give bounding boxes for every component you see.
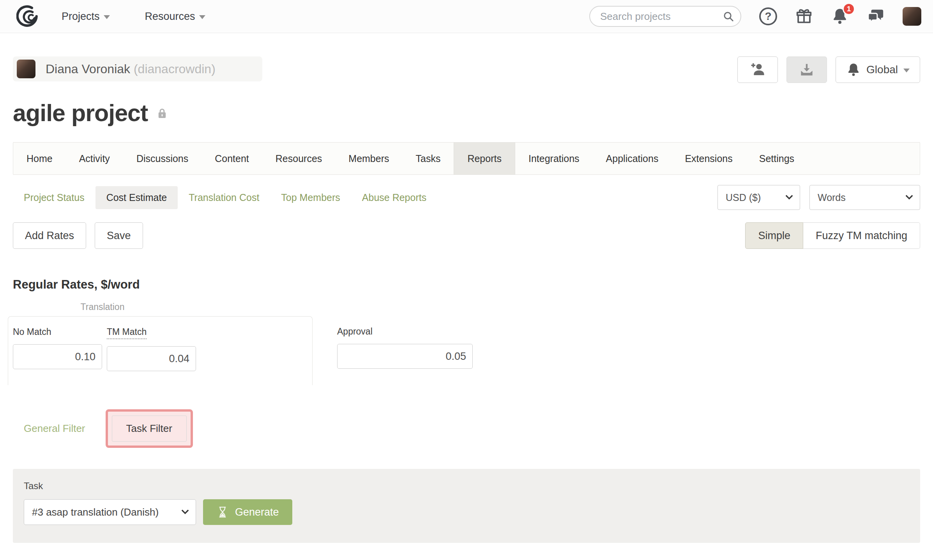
- hourglass-icon: [216, 506, 229, 518]
- task-label: Task: [24, 481, 909, 491]
- approval-input[interactable]: [337, 344, 473, 369]
- project-tabbar: Home Activity Discussions Content Resour…: [13, 142, 920, 175]
- subtab-translation-cost[interactable]: Translation Cost: [178, 186, 270, 209]
- help-icon-glyph: ?: [759, 7, 777, 25]
- chevron-down-icon: [199, 15, 205, 19]
- save-button[interactable]: Save: [95, 222, 143, 249]
- crowdin-logo-icon[interactable]: [16, 5, 39, 28]
- chevron-down-icon: [181, 507, 189, 514]
- task-filter-tab[interactable]: Task Filter: [112, 416, 187, 442]
- currency-select[interactable]: USD ($): [717, 185, 800, 210]
- mode-fuzzy-tm-button[interactable]: Fuzzy TM matching: [803, 222, 920, 249]
- rates-mode-toggle: Simple Fuzzy TM matching: [745, 222, 920, 249]
- no-match-label: No Match: [13, 327, 51, 337]
- tab-tasks[interactable]: Tasks: [403, 143, 454, 174]
- search-icon[interactable]: [723, 11, 734, 24]
- tab-home[interactable]: Home: [13, 143, 66, 174]
- task-controls: #3 asap translation (Danish) Generate: [24, 499, 909, 525]
- no-match-column: No Match: [13, 327, 102, 371]
- task-select[interactable]: #3 asap translation (Danish): [24, 499, 196, 525]
- subtab-top-members[interactable]: Top Members: [270, 186, 351, 209]
- page-title: agile project: [13, 99, 148, 127]
- search-wrap: [589, 6, 741, 27]
- currency-select-value: USD ($): [726, 192, 761, 203]
- global-label: Global: [866, 63, 898, 76]
- general-filter-tab[interactable]: General Filter: [13, 423, 96, 435]
- chevron-down-icon: [905, 192, 913, 200]
- generate-button[interactable]: Generate: [203, 499, 292, 525]
- help-icon[interactable]: ?: [759, 7, 777, 25]
- owner-display-name: Diana Voroniak: [46, 62, 130, 76]
- tab-activity[interactable]: Activity: [66, 143, 123, 174]
- tab-discussions[interactable]: Discussions: [123, 143, 201, 174]
- task-filter-panel: Task #3 asap translation (Danish) Genera…: [13, 469, 920, 543]
- notification-badge: 1: [843, 3, 855, 15]
- approval-column: Approval: [337, 316, 473, 385]
- tab-settings[interactable]: Settings: [746, 143, 808, 174]
- translation-group-box: No Match TM Match: [8, 316, 313, 385]
- rates-toolbar: Add Rates Save Simple Fuzzy TM matching: [13, 222, 920, 249]
- tab-integrations[interactable]: Integrations: [515, 143, 593, 174]
- notifications-bell-icon[interactable]: 1: [831, 7, 849, 25]
- units-select-value: Words: [818, 192, 846, 203]
- approval-label: Approval: [337, 326, 373, 337]
- report-settings-controls: USD ($) Words: [717, 185, 920, 210]
- owner-name: Diana Voroniak (dianacrowdin): [46, 62, 216, 76]
- chevron-down-icon: [785, 192, 793, 200]
- global-notifications-dropdown[interactable]: Global: [836, 56, 920, 83]
- search-input[interactable]: [589, 6, 741, 27]
- owner-avatar: [17, 60, 35, 78]
- tab-applications[interactable]: Applications: [593, 143, 672, 174]
- reports-subtabs: Project Status Cost Estimate Translation…: [13, 185, 920, 210]
- task-select-value: #3 asap translation (Danish): [32, 506, 159, 518]
- units-select[interactable]: Words: [809, 185, 920, 210]
- owner-username: (dianacrowdin): [134, 62, 216, 76]
- tm-match-input[interactable]: [107, 346, 196, 371]
- mode-simple-button[interactable]: Simple: [745, 222, 803, 249]
- tab-content[interactable]: Content: [201, 143, 262, 174]
- task-filter-highlight[interactable]: Task Filter: [106, 409, 193, 448]
- regular-rates-heading: Regular Rates, $/word: [13, 278, 920, 292]
- no-match-input[interactable]: [13, 344, 102, 369]
- filter-tabs-row: General Filter Task Filter: [13, 409, 920, 448]
- resources-menu-label: Resources: [145, 11, 195, 23]
- gift-icon[interactable]: [795, 7, 813, 25]
- tab-reports[interactable]: Reports: [454, 143, 515, 174]
- page-content: Diana Voroniak (dianacrowdin): [0, 56, 933, 543]
- chevron-down-icon: [104, 15, 110, 19]
- messages-icon[interactable]: [867, 7, 885, 25]
- tab-members[interactable]: Members: [335, 143, 402, 174]
- add-rates-button[interactable]: Add Rates: [13, 222, 86, 249]
- chevron-down-icon: [903, 69, 910, 72]
- subtab-project-status[interactable]: Project Status: [13, 186, 95, 209]
- subtab-cost-estimate[interactable]: Cost Estimate: [95, 186, 178, 209]
- generate-button-label: Generate: [235, 506, 279, 518]
- top-navbar: Projects Resources ?: [0, 0, 933, 33]
- project-actions: Global: [737, 56, 920, 83]
- project-owner-link[interactable]: Diana Voroniak (dianacrowdin): [13, 56, 262, 81]
- navbar-right-cluster: ? 1: [589, 6, 921, 27]
- tm-match-column: TM Match: [107, 327, 196, 371]
- projects-menu-label: Projects: [62, 11, 100, 23]
- project-header-row: Diana Voroniak (dianacrowdin): [13, 56, 920, 83]
- projects-menu[interactable]: Projects: [62, 11, 110, 23]
- private-lock-icon: [156, 107, 169, 122]
- invite-people-button[interactable]: [737, 56, 778, 83]
- rates-row: No Match TM Match Approval: [13, 316, 920, 385]
- subtab-abuse-reports[interactable]: Abuse Reports: [351, 186, 437, 209]
- download-button[interactable]: [786, 56, 827, 83]
- tab-resources[interactable]: Resources: [262, 143, 336, 174]
- translation-group-caption: Translation: [13, 302, 192, 312]
- tab-extensions[interactable]: Extensions: [671, 143, 746, 174]
- resources-menu[interactable]: Resources: [145, 11, 205, 23]
- user-avatar[interactable]: [903, 7, 921, 26]
- tm-match-label: TM Match: [107, 327, 147, 339]
- page-title-row: agile project: [13, 99, 920, 127]
